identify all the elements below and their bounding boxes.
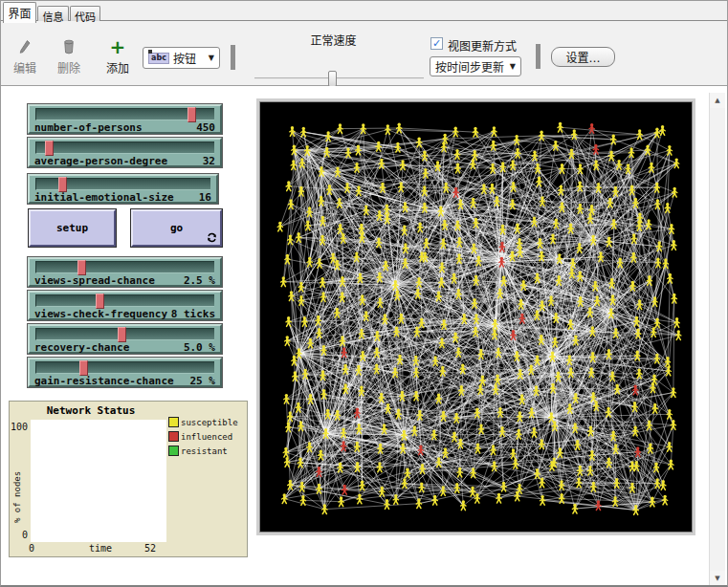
slider-views-check-frequency[interactable]: views-check-frequency8 ticks (28, 291, 222, 320)
plot-area (31, 420, 166, 542)
tab-info[interactable]: 信息 (37, 6, 69, 21)
widget-type-value: 按钮 (173, 50, 196, 66)
slider-value: 450 (196, 121, 215, 134)
chevron-down-icon: ▼ (209, 54, 214, 62)
legend-label-resistant: resistant (181, 446, 228, 456)
legend-item-influenced: influenced (168, 431, 232, 442)
tab-info-label: 信息 (43, 11, 64, 24)
slider-handle[interactable] (45, 141, 54, 156)
slider-value: 5.0 % (184, 341, 215, 354)
speed-slider-label: 正常速度 (288, 32, 379, 48)
legend-swatch-susceptible (168, 417, 179, 427)
view-updates-label: 视图更新方式 (448, 37, 517, 54)
speed-slider-thumb[interactable] (328, 71, 337, 87)
slider-views-spread-chance[interactable]: views-spread-chance2.5 % (28, 257, 222, 287)
x-axis-label: time (67, 543, 134, 554)
y-axis-max-tick: 100 (10, 422, 28, 432)
setup-button[interactable]: setup (29, 209, 116, 247)
toolbar-separator (231, 45, 235, 70)
toolbar-separator (536, 44, 540, 69)
slider-value: 16 (199, 191, 211, 204)
tab-code[interactable]: 代码 (70, 6, 100, 21)
interface-canvas: number-of-persons450 average-person-degr… (1, 86, 727, 586)
settings-button-label: 设置… (565, 49, 600, 65)
slider-handle[interactable] (118, 327, 126, 342)
check-icon: ✓ (432, 37, 441, 50)
legend-item-resistant: resistant (168, 446, 228, 456)
speed-slider-track[interactable] (254, 77, 424, 79)
slider-recovery-chance[interactable]: recovery-chance5.0 % (28, 324, 222, 354)
plot-title: Network Status (10, 404, 172, 417)
go-button-label: go (170, 222, 183, 234)
button-widget-icon: abc (148, 53, 169, 64)
tab-bar: 界面 信息 代码 (1, 1, 727, 21)
slider-track[interactable] (35, 261, 214, 273)
slider-label: initial-emotional-size (34, 191, 174, 204)
slider-value: 8 ticks (171, 308, 215, 320)
legend-item-susceptible: susceptible (168, 417, 238, 427)
slider-track[interactable] (35, 361, 214, 374)
legend-label-influenced: influenced (181, 432, 232, 442)
slider-label: views-check-frequency (34, 308, 167, 320)
go-button[interactable]: go (131, 209, 222, 247)
slider-track[interactable] (35, 178, 210, 190)
slider-label: gain-resistance-chance (34, 375, 174, 387)
scroll-down-button[interactable]: ▼ (710, 571, 725, 586)
trash-icon (62, 38, 76, 55)
vertical-scrollbar[interactable]: ▲ ▼ (709, 93, 725, 586)
x-axis-min-tick: 0 (29, 543, 34, 554)
netlogo-window: 界面 信息 代码 编辑 删除 + 添加 abc 按钮 ▼ 正常速度 ticks:… (0, 0, 728, 587)
forever-refresh-icon (207, 232, 217, 243)
slider-track[interactable] (35, 328, 214, 340)
scroll-down-icon: ▼ (715, 575, 719, 582)
world-view-canvas (260, 102, 692, 532)
tab-interface-label: 界面 (8, 8, 31, 21)
plus-icon: + (110, 38, 126, 55)
y-axis-label: % of nodes (12, 449, 24, 545)
slider-gain-resistance-chance[interactable]: gain-resistance-chance25 % (28, 358, 222, 387)
x-axis-max-tick: 52 (144, 543, 156, 554)
chevron-down-icon: ▼ (510, 62, 516, 71)
slider-handle[interactable] (58, 177, 67, 192)
slider-handle[interactable] (77, 260, 86, 275)
world-view (256, 98, 695, 535)
update-mode-value: 按时间步更新 (435, 58, 504, 75)
pencil-icon (17, 38, 33, 55)
slider-handle[interactable] (79, 360, 88, 376)
slider-value: 25 % (190, 375, 216, 387)
edit-label: 编辑 (6, 59, 44, 76)
scroll-up-icon: ▲ (715, 97, 719, 104)
slider-handle[interactable] (96, 294, 104, 309)
slider-label: number-of-persons (34, 121, 143, 134)
tab-interface[interactable]: 界面 (3, 2, 36, 23)
update-mode-dropdown[interactable]: 按时间步更新 ▼ (430, 56, 521, 76)
scroll-up-button[interactable]: ▲ (710, 93, 725, 108)
legend-label-susceptible: susceptible (181, 418, 238, 427)
slider-number-of-persons[interactable]: number-of-persons450 (28, 104, 222, 134)
slider-track[interactable] (35, 108, 214, 120)
slider-initial-emotional-size[interactable]: initial-emotional-size16 (28, 174, 218, 204)
slider-label: recovery-chance (34, 341, 129, 354)
slider-track[interactable] (35, 141, 214, 154)
settings-button[interactable]: 设置… (551, 47, 615, 67)
slider-track[interactable] (35, 294, 214, 307)
slider-label: average-person-degree (34, 155, 167, 167)
slider-value: 32 (203, 155, 215, 167)
widget-type-dropdown[interactable]: abc 按钮 ▼ (143, 47, 220, 69)
network-status-plot: Network Status 100 0 % of nodes 0 time 5… (9, 401, 248, 557)
delete-button[interactable]: 删除 (50, 36, 88, 76)
edit-button[interactable]: 编辑 (6, 36, 44, 76)
slider-value: 2.5 % (184, 274, 215, 287)
slider-label: views-spread-chance (34, 274, 155, 287)
toolbar: 编辑 删除 + 添加 abc 按钮 ▼ 正常速度 ticks: 0 ✓ 视图更新… (1, 21, 727, 86)
add-label: 添加 (99, 59, 137, 76)
add-button[interactable]: + 添加 (99, 36, 137, 76)
tab-code-label: 代码 (75, 11, 96, 24)
legend-swatch-resistant (168, 446, 179, 456)
setup-button-label: setup (56, 222, 88, 234)
delete-label: 删除 (50, 59, 88, 76)
view-updates-checkbox[interactable]: ✓ (430, 37, 443, 50)
slider-average-person-degree[interactable]: average-person-degree32 (28, 138, 222, 167)
slider-handle[interactable] (188, 107, 196, 122)
legend-swatch-influenced (168, 431, 179, 442)
